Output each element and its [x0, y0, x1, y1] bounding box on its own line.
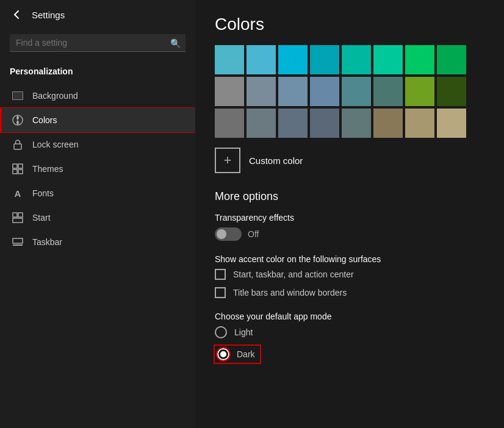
color-grid [215, 45, 484, 138]
color-row-1 [215, 45, 484, 74]
color-swatch[interactable] [310, 45, 339, 74]
lock-icon [12, 138, 24, 151]
start-label: Start [32, 213, 51, 223]
color-swatch[interactable] [437, 109, 466, 138]
sidebar-nav: Background Colors Lock screen [0, 84, 195, 254]
back-button[interactable] [10, 7, 24, 22]
page-title: Colors [215, 15, 484, 34]
more-options-title: More options [215, 190, 484, 203]
radio-dark-inner [220, 351, 226, 357]
accent-color-label: Show accent color on the following surfa… [215, 254, 484, 264]
checkbox-titlebars-label: Title bars and window borders [233, 288, 347, 298]
checkbox-row-2: Title bars and window borders [215, 287, 484, 298]
fonts-icon: A [12, 187, 24, 199]
color-swatch[interactable] [247, 77, 276, 106]
color-swatch[interactable] [278, 77, 308, 106]
color-swatch[interactable] [278, 45, 308, 74]
svg-rect-9 [18, 213, 23, 217]
color-swatch[interactable] [373, 45, 403, 74]
radio-light-label: Light [234, 327, 253, 337]
color-swatch[interactable] [215, 109, 244, 138]
svg-rect-7 [18, 169, 23, 174]
svg-rect-11 [13, 238, 23, 243]
color-swatch[interactable] [215, 77, 244, 106]
sidebar-item-lock-screen[interactable]: Lock screen [0, 132, 195, 157]
themes-icon [12, 163, 24, 175]
background-icon [12, 90, 24, 102]
personalization-label: Personalization [0, 62, 195, 84]
search-input[interactable] [10, 34, 185, 52]
sidebar-item-taskbar[interactable]: Taskbar [0, 230, 195, 254]
main-content: Colors + Custom color More options Trans… [195, 0, 504, 428]
color-swatch[interactable] [342, 109, 371, 138]
checkbox-row-1: Start, taskbar, and action center [215, 269, 484, 280]
color-swatch[interactable] [373, 77, 403, 106]
themes-label: Themes [32, 164, 63, 174]
start-icon [12, 212, 24, 224]
custom-color-button[interactable]: + Custom color [215, 148, 484, 173]
color-swatch[interactable] [405, 45, 434, 74]
fonts-label: Fonts [32, 188, 54, 198]
color-row-3 [215, 109, 484, 138]
color-swatch[interactable] [310, 77, 339, 106]
svg-rect-5 [18, 164, 23, 168]
sidebar-item-themes[interactable]: Themes [0, 157, 195, 181]
taskbar-label: Taskbar [32, 237, 62, 247]
settings-title: Settings [32, 10, 65, 20]
color-swatch[interactable] [437, 45, 466, 74]
sidebar-item-fonts[interactable]: A Fonts [0, 181, 195, 205]
colors-label: Colors [32, 115, 57, 125]
svg-rect-4 [13, 164, 17, 168]
toggle-thumb [217, 229, 226, 239]
sidebar-item-start[interactable]: Start [0, 205, 195, 230]
default-mode-option: Choose your default app mode Light Dark [215, 312, 484, 363]
svg-rect-3 [14, 144, 21, 149]
custom-color-box: + [215, 148, 240, 173]
transparency-state: Off [248, 229, 259, 239]
search-container: 🔍 [0, 29, 195, 57]
svg-rect-1 [13, 92, 23, 99]
color-swatch[interactable] [278, 109, 308, 138]
checkbox-taskbar-label: Start, taskbar, and action center [233, 269, 354, 279]
transparency-toggle[interactable] [215, 227, 242, 241]
color-swatch[interactable] [342, 77, 371, 106]
sidebar-item-colors[interactable]: Colors [0, 108, 195, 132]
toggle-track [215, 227, 242, 241]
checkbox-taskbar[interactable] [215, 269, 226, 280]
colors-icon [12, 114, 24, 126]
custom-color-label: Custom color [249, 155, 303, 166]
taskbar-icon [12, 236, 24, 248]
radio-row-dark[interactable]: Dark [215, 346, 260, 363]
svg-rect-12 [13, 244, 23, 246]
transparency-option: Transparency effects Off [215, 213, 484, 241]
sidebar-header: Settings [0, 0, 195, 29]
svg-rect-10 [13, 218, 23, 223]
color-swatch[interactable] [215, 45, 244, 74]
color-swatch[interactable] [310, 109, 339, 138]
color-swatch[interactable] [373, 109, 403, 138]
sidebar-item-background[interactable]: Background [0, 84, 195, 108]
transparency-label: Transparency effects [215, 213, 484, 223]
color-swatch[interactable] [437, 77, 466, 106]
color-row-2 [215, 77, 484, 106]
color-swatch[interactable] [247, 109, 276, 138]
radio-dark[interactable] [217, 348, 229, 360]
background-label: Background [32, 91, 78, 101]
default-mode-label: Choose your default app mode [215, 312, 484, 321]
svg-rect-6 [13, 169, 17, 174]
color-swatch[interactable] [247, 45, 276, 74]
color-swatch[interactable] [405, 109, 434, 138]
color-swatch[interactable] [405, 77, 434, 106]
radio-row-light[interactable]: Light [215, 326, 484, 338]
color-swatch[interactable] [342, 45, 371, 74]
lock-screen-label: Lock screen [32, 140, 78, 149]
accent-color-option: Show accent color on the following surfa… [215, 254, 484, 298]
checkbox-titlebars[interactable] [215, 287, 226, 298]
radio-dark-label: Dark [237, 349, 255, 359]
svg-rect-8 [13, 213, 17, 217]
sidebar: Settings 🔍 Personalization Background [0, 0, 195, 428]
radio-light[interactable] [215, 326, 227, 338]
